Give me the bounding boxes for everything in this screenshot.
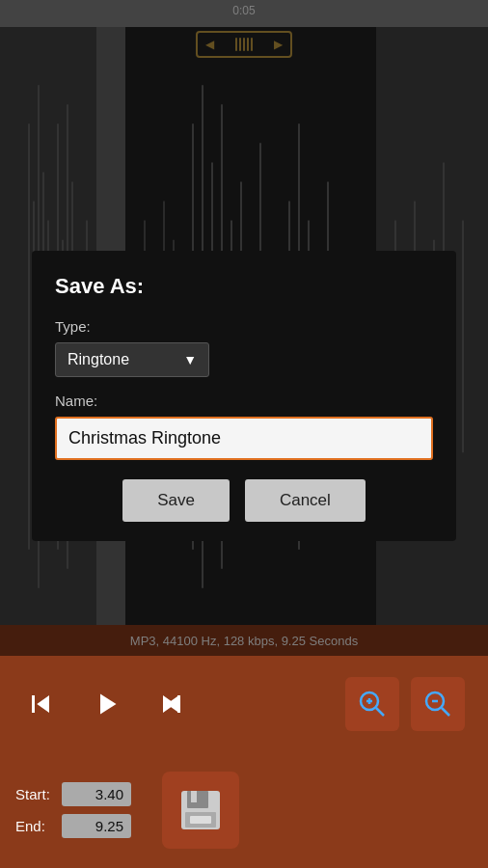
startend-bar: Start: End:: [0, 752, 488, 868]
waveform-area: 0:05 ◀ ▶ Save As: Type: Ringtone ▼ Name:…: [0, 0, 488, 656]
end-value-input[interactable]: [62, 814, 131, 838]
skip-back-button[interactable]: [23, 687, 58, 721]
save-button[interactable]: Save: [122, 479, 230, 522]
save-file-button[interactable]: [162, 772, 239, 849]
startend-fields: Start: End:: [15, 782, 131, 838]
type-label: Type:: [55, 318, 433, 335]
cancel-button[interactable]: Cancel: [245, 479, 366, 522]
skip-forward-button[interactable]: [154, 687, 189, 721]
save-file-icon: [177, 787, 224, 833]
svg-line-94: [442, 708, 449, 716]
end-field-row: End:: [15, 814, 131, 838]
modal-backdrop: Save As: Type: Ringtone ▼ Name: Save Can…: [0, 0, 488, 656]
skip-back-icon: [23, 687, 58, 721]
zoom-in-button[interactable]: [345, 677, 399, 731]
zoom-out-button[interactable]: [411, 677, 465, 731]
transport-controls: [23, 687, 189, 721]
save-dialog: Save As: Type: Ringtone ▼ Name: Save Can…: [32, 251, 456, 541]
start-label: Start:: [15, 786, 54, 802]
dialog-title: Save As:: [55, 274, 433, 299]
zoom-in-icon: [357, 689, 388, 719]
dialog-buttons: Save Cancel: [55, 479, 433, 522]
svg-rect-97: [191, 791, 197, 802]
zoom-controls: [345, 677, 465, 731]
dropdown-arrow-icon: ▼: [183, 352, 197, 367]
controls-bar: [0, 656, 488, 752]
type-dropdown[interactable]: Ringtone ▼: [55, 342, 209, 377]
svg-rect-99: [190, 816, 211, 824]
play-button[interactable]: [89, 687, 123, 721]
start-field-row: Start:: [15, 782, 131, 806]
start-value-input[interactable]: [62, 782, 131, 806]
svg-line-91: [376, 708, 384, 716]
play-icon: [89, 687, 123, 721]
end-label: End:: [15, 818, 54, 834]
svg-rect-87: [177, 695, 180, 713]
type-dropdown-value: Ringtone: [68, 351, 129, 368]
skip-forward-icon: [154, 687, 189, 721]
name-input[interactable]: [55, 417, 433, 460]
svg-rect-96: [187, 791, 208, 808]
zoom-out-icon: [422, 689, 453, 719]
name-label: Name:: [55, 393, 433, 409]
